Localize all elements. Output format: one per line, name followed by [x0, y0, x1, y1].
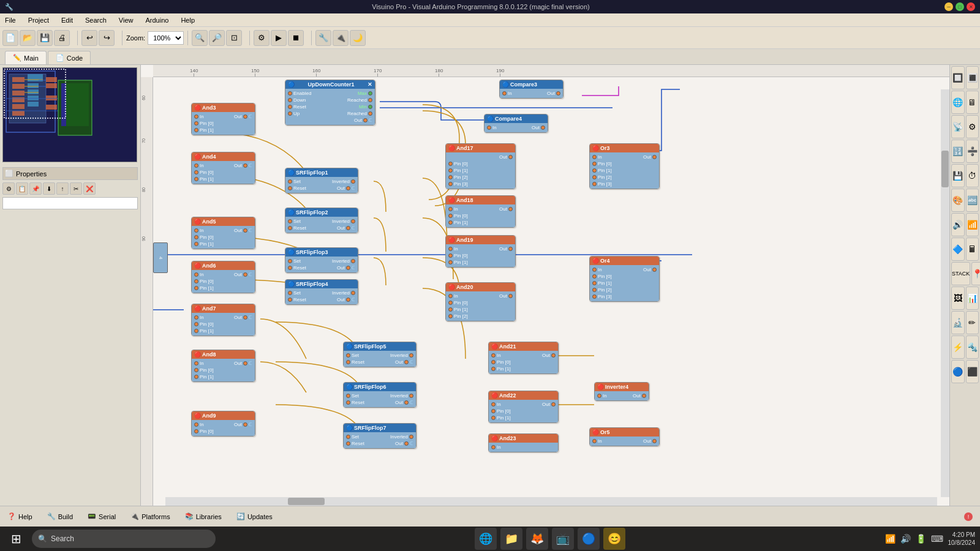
SRFlipFlop5-block[interactable]: 🔵 SRFlipFlop5 Set Reset	[343, 342, 417, 367]
rt-btn-misc2[interactable]: ⬛	[966, 360, 979, 383]
rt-btn-math[interactable]: ➗	[966, 140, 979, 163]
And21-block[interactable]: 🔴 And21 In Out Pin [0]	[488, 342, 559, 374]
menu-edit[interactable]: Edit	[59, 15, 75, 25]
And9-block[interactable]: 🔴 And9 In Out ℂ Pin [0]	[191, 411, 255, 437]
rt-btn-extra2[interactable]: 🔩	[966, 335, 979, 359]
And8-block[interactable]: 🔴 And8 In Out ℂ Pin [0]	[191, 350, 255, 382]
print-button[interactable]: 🖨	[54, 30, 70, 46]
taskbar-app-browser[interactable]: 🌐	[475, 528, 497, 550]
SRFlipFlop3-block[interactable]: 🔵 SRFlipFlop3 Set Reset	[285, 247, 358, 273]
minimize-button[interactable]: ─	[944, 2, 953, 11]
rt-btn-logic[interactable]: 🔢	[951, 140, 965, 163]
rt-btn-image[interactable]: 🖼	[951, 287, 965, 310]
SRFlipFlop4-block[interactable]: 🔵 SRFlipFlop4 Set Reset	[285, 279, 358, 305]
taskbar-app-firefox[interactable]: 🦊	[526, 528, 548, 550]
rt-btn-chart[interactable]: 📊	[966, 287, 979, 310]
status-help[interactable]: ❓ Help	[7, 512, 32, 520]
zoom-in-button[interactable]: 🔍	[192, 30, 208, 46]
status-libraries[interactable]: 📚 Libraries	[185, 512, 222, 520]
rt-btn-misc1[interactable]: 🔵	[951, 360, 965, 383]
rt-btn-calc[interactable]: 🖩	[966, 238, 979, 261]
rt-btn-geo[interactable]: 📍	[971, 262, 980, 285]
And6-block[interactable]: 🔴 And6 In Out ℂ Pin [0]	[191, 261, 255, 293]
Or4-block[interactable]: 🔴 Or4 In Pin [0]	[589, 256, 660, 302]
undo-button[interactable]: ↩	[81, 30, 97, 46]
Or5-block[interactable]: 🔴 Or5 In Out	[589, 427, 660, 446]
moon-button[interactable]: 🌙	[350, 30, 366, 46]
minimap[interactable]	[2, 67, 137, 162]
rt-btn-sensors[interactable]: 📡	[951, 115, 965, 138]
prop-btn-5[interactable]: ↑	[56, 182, 69, 195]
new-button[interactable]: 📄	[2, 30, 18, 46]
taskbar-app-media[interactable]: 📺	[552, 528, 574, 550]
rt-btn-edit2[interactable]: ✏	[966, 311, 979, 334]
rt-btn-network[interactable]: 📶	[966, 213, 979, 236]
hscroll-thumb[interactable]	[288, 498, 325, 505]
menu-search[interactable]: Search	[83, 15, 109, 25]
rt-btn-timing[interactable]: ⏱	[966, 164, 979, 187]
Compare4-block[interactable]: 🔵 Compare4 In Out	[484, 114, 548, 133]
rt-btn-comm[interactable]: 🌐	[951, 91, 965, 114]
prop-btn-3[interactable]: 📌	[29, 182, 42, 195]
rt-btn-motors[interactable]: ⚙	[966, 115, 979, 138]
Compare3-block[interactable]: 🔵 Compare3 In Out	[499, 80, 564, 99]
status-build[interactable]: 🔧 Build	[47, 512, 73, 520]
maximize-button[interactable]: □	[956, 2, 964, 11]
status-platforms[interactable]: 🔌 Platforms	[130, 512, 170, 520]
taskbar-app-chrome[interactable]: 🔵	[578, 528, 600, 550]
rt-btn-storage[interactable]: 💾	[951, 164, 965, 187]
And23-block[interactable]: 🔴 And23 In	[488, 433, 559, 452]
canvas-area[interactable]: 140 150 160 170 180 190 60 70 80 90	[141, 65, 949, 506]
rt-btn-stack[interactable]: STACK	[951, 262, 970, 285]
SRFlipFlop7-block[interactable]: 🔵 SRFlipFlop7 Set Reset	[343, 423, 417, 449]
Or3-block[interactable]: 🔴 Or3 In Pin [0]	[589, 143, 660, 189]
And19-block[interactable]: 🔴 And19 In Out Pin [0]	[445, 235, 516, 268]
prop-btn-1[interactable]: ⚙	[2, 182, 15, 195]
And20-block[interactable]: 🔴 And20 In Out Pin [0]	[445, 282, 516, 321]
prop-btn-4[interactable]: ⬇	[43, 182, 55, 195]
UpDownCounter1-close[interactable]: ✕	[368, 81, 372, 88]
And4-block[interactable]: 🔴 And4 In Out ℂ Pin [0]	[191, 152, 255, 184]
prop-btn-7[interactable]: ❌	[83, 182, 96, 195]
SRFlipFlop2-block[interactable]: 🔵 SRFlipFlop2 Set Reset	[285, 208, 358, 233]
redo-button[interactable]: ↪	[99, 30, 115, 46]
menu-view[interactable]: View	[116, 15, 136, 25]
menu-file[interactable]: File	[2, 15, 18, 25]
And3-block[interactable]: 🔴 And3 In Out ℂ Pin [0]	[191, 103, 255, 135]
horizontal-scrollbar[interactable]	[165, 497, 937, 506]
keyboard-icon[interactable]: ⌨	[931, 534, 943, 544]
stop-button[interactable]: ⏹	[288, 30, 304, 46]
build-button[interactable]: ⚙	[254, 30, 270, 46]
fit-button[interactable]: ⊡	[226, 30, 242, 46]
close-button[interactable]: ✕	[967, 2, 975, 11]
rt-btn-3d[interactable]: 🔷	[951, 238, 965, 261]
And22-block[interactable]: 🔴 And22 In Out Pin [0]	[488, 391, 559, 423]
menu-arduino[interactable]: Arduino	[143, 15, 171, 25]
taskbar-app-files[interactable]: 📁	[500, 528, 522, 550]
open-button[interactable]: 📂	[20, 30, 36, 46]
prop-btn-6[interactable]: ✂	[70, 182, 82, 195]
status-serial[interactable]: 📟 Serial	[88, 512, 116, 520]
SRFlipFlop6-block[interactable]: 🔵 SRFlipFlop6 Set Reset	[343, 382, 417, 408]
taskbar-search[interactable]: 🔍 Search	[32, 530, 216, 548]
settings-button[interactable]: 🔧	[315, 30, 331, 46]
zoom-out-button[interactable]: 🔎	[209, 30, 225, 46]
rt-btn-string[interactable]: 🔤	[966, 189, 979, 212]
tab-main[interactable]: ✏️ Main	[5, 51, 47, 64]
Inverter4-block[interactable]: 🔴 Inverter4 In Out	[594, 382, 649, 401]
menu-project[interactable]: Project	[26, 15, 51, 25]
SRFlipFlop1-block[interactable]: 🔵 SRFlipFlop1 Set Reset	[285, 168, 358, 193]
rt-btn-extra1[interactable]: ⚡	[951, 335, 965, 359]
tab-code[interactable]: 📄 Code	[48, 51, 91, 64]
volume-icon[interactable]: 🔊	[900, 534, 911, 544]
rt-btn-filter[interactable]: 🔬	[951, 311, 965, 334]
run-button[interactable]: ▶	[271, 30, 287, 46]
battery-icon[interactable]: 🔋	[916, 534, 926, 544]
vertical-scrollbar[interactable]	[941, 89, 949, 497]
rt-btn-io[interactable]: 🔳	[966, 66, 979, 89]
And17-block[interactable]: 🔴 And17 Out Pin [0] Pin [1]	[445, 143, 516, 189]
taskbar-app-visuino[interactable]: 😊	[603, 528, 625, 550]
And5-block[interactable]: 🔴 And5 In Out ℂ Pin [0]	[191, 217, 255, 249]
start-button[interactable]: ⊞	[5, 528, 27, 550]
And7-block[interactable]: 🔴 And7 In Out ℂ Pin [0]	[191, 304, 255, 336]
